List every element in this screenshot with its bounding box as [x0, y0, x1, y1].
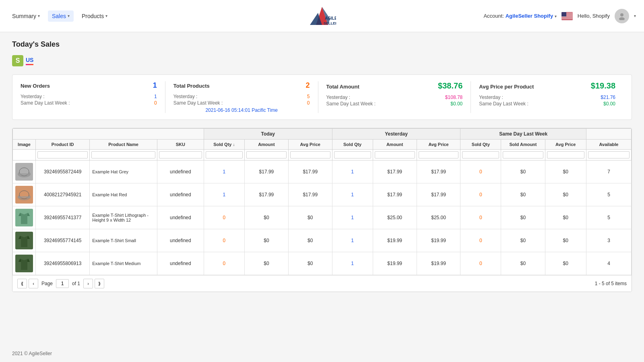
next-page-button[interactable]: ›: [83, 279, 93, 288]
filter-available-input[interactable]: [588, 151, 630, 158]
filter-product-name[interactable]: [90, 150, 157, 160]
table-body: 39246955872449 Example Hat Grey undefine…: [13, 160, 632, 275]
today-sold-link[interactable]: 0: [223, 261, 225, 266]
filter-today-sold[interactable]: [204, 150, 244, 160]
cell-available: 4: [586, 252, 631, 275]
filter-sdlw-amount-input[interactable]: [503, 151, 543, 158]
filter-product-id-input[interactable]: [37, 151, 88, 158]
page-number-input[interactable]: [56, 279, 69, 288]
col-yest-amount: Amount: [373, 140, 417, 150]
new-orders-sdlw: 0: [154, 100, 157, 106]
account-name[interactable]: AgileSeller Shopify: [506, 13, 553, 19]
cell-product-id: 39246955872449: [36, 160, 90, 183]
cell-product-name: Example Hat Grey: [90, 160, 157, 183]
cell-sdlw-sold: 0: [460, 252, 501, 275]
filter-yest-amount-input[interactable]: [375, 151, 415, 158]
table-row: 40082127945921 Example Hat Red undefined…: [13, 183, 632, 206]
tp-sdlw-label: Same Day Last Week :: [173, 100, 223, 106]
sdlw-sold-link[interactable]: 0: [479, 238, 482, 243]
filter-today-sold-input[interactable]: [206, 151, 243, 158]
chevron-down-icon: ▾: [634, 14, 636, 18]
cell-sku: undefined: [157, 160, 204, 183]
cell-product-name: Example Hat Red: [90, 183, 157, 206]
cell-yest-avg: $19.99: [417, 229, 460, 252]
shopify-icon: S: [12, 55, 23, 66]
store-underline: [26, 64, 33, 65]
filter-today-amount-input[interactable]: [246, 151, 287, 158]
first-page-button[interactable]: ⟪: [17, 279, 27, 288]
cell-today-avg: $17.99: [288, 183, 332, 206]
tp-sdlw: 0: [307, 100, 310, 106]
filter-sku-input[interactable]: [159, 151, 202, 158]
filter-sdlw-sold-input[interactable]: [462, 151, 499, 158]
today-sold-link[interactable]: 1: [223, 192, 225, 197]
total-amount-value: $38.76: [438, 81, 462, 90]
col-today-amount: Amount: [244, 140, 288, 150]
filter-sdlw-avg-input[interactable]: [547, 151, 584, 158]
col-today-sold[interactable]: Sold Qty ↓: [204, 140, 244, 150]
filter-yest-amount[interactable]: [373, 150, 417, 160]
yest-sold-link[interactable]: 1: [351, 238, 354, 243]
logo: AGILE SELLER: [308, 3, 336, 29]
nav-summary[interactable]: Summary ▾: [8, 10, 44, 22]
prev-page-button[interactable]: ‹: [29, 279, 38, 288]
table-group-header-row: Today Yesterday Same Day Last Week: [13, 129, 632, 140]
cell-product-id: 39246955774145: [36, 229, 90, 252]
filter-today-amount[interactable]: [244, 150, 288, 160]
filter-available[interactable]: [586, 150, 631, 160]
account-info: Account: AgileSeller Shopify ▾: [483, 13, 556, 19]
sdlw-sold-link[interactable]: 0: [479, 215, 482, 220]
col-product-id: Product ID: [36, 140, 90, 150]
sdlw-sold-link[interactable]: 0: [479, 261, 482, 266]
total-products-label: Total Products: [173, 83, 210, 89]
ap-sdlw-label: Same Day Last Week :: [479, 101, 528, 107]
user-avatar[interactable]: [615, 9, 629, 23]
chevron-down-icon: ▾: [38, 14, 40, 18]
product-image: [15, 255, 33, 272]
chevron-down-icon: ▾: [555, 14, 557, 19]
products-table: Today Yesterday Same Day Last Week Image…: [12, 128, 632, 275]
filter-yest-avg-input[interactable]: [419, 151, 459, 158]
svg-text:AGILE: AGILE: [325, 16, 336, 21]
yest-sold-link[interactable]: 1: [351, 215, 354, 220]
cell-today-avg: $0: [288, 229, 332, 252]
page-title: Today's Sales: [12, 40, 632, 49]
filter-today-avg-input[interactable]: [290, 151, 330, 158]
table-row: 39246955741377 Example T-Shirt Lithograp…: [13, 206, 632, 229]
cell-today-amount: $0: [244, 252, 288, 275]
last-page-button[interactable]: ⟫: [95, 279, 104, 288]
sdlw-sold-link[interactable]: 0: [479, 169, 482, 175]
filter-sdlw-avg[interactable]: [545, 150, 586, 160]
nav-products[interactable]: Products ▾: [78, 10, 111, 22]
sdlw-sold-link[interactable]: 0: [479, 192, 482, 197]
col-yest-avg: Avg Price: [417, 140, 460, 150]
cell-yest-amount: $17.99: [373, 160, 417, 183]
today-sold-link[interactable]: 0: [223, 215, 225, 220]
filter-yest-sold-input[interactable]: [334, 151, 371, 158]
filter-today-avg[interactable]: [288, 150, 332, 160]
filter-image: [13, 150, 36, 160]
filter-product-name-input[interactable]: [91, 151, 155, 158]
yest-sold-link[interactable]: 1: [351, 169, 354, 175]
filter-sku[interactable]: [157, 150, 204, 160]
filter-sdlw-amount[interactable]: [501, 150, 545, 160]
cell-yest-avg: $19.99: [417, 252, 460, 275]
nav-sales[interactable]: Sales ▾: [48, 10, 74, 22]
today-sold-link[interactable]: 0: [223, 238, 225, 243]
yest-sold-link[interactable]: 1: [351, 192, 354, 197]
filter-yest-sold[interactable]: [332, 150, 373, 160]
col-sku: SKU: [157, 140, 204, 150]
filter-product-id[interactable]: [36, 150, 90, 160]
filter-yest-avg[interactable]: [417, 150, 460, 160]
cell-available: 5: [586, 183, 631, 206]
svg-text:SELLER: SELLER: [324, 21, 336, 25]
today-sold-link[interactable]: 1: [223, 169, 225, 175]
col-yest-sold: Sold Qty: [332, 140, 373, 150]
sdlw-label: Same Day Last Week :: [21, 100, 70, 106]
yest-sold-link[interactable]: 1: [351, 261, 354, 266]
cell-sdlw-amount: $0: [501, 160, 545, 183]
cell-sdlw-amount: $0: [501, 252, 545, 275]
cell-yest-sold: 1: [332, 252, 373, 275]
filter-sdlw-sold[interactable]: [460, 150, 501, 160]
ap-yesterday-label: Yesterday :: [479, 95, 503, 100]
